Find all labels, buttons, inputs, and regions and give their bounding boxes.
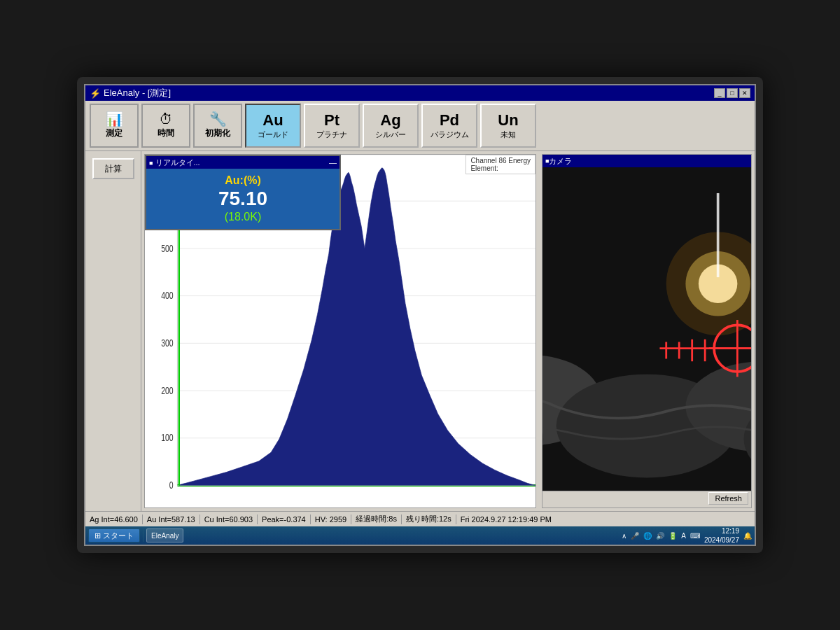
status-elapsed: 経過時間:8s	[356, 514, 397, 524]
taskbar-keyboard-icon: A	[681, 532, 686, 540]
camera-background	[542, 167, 751, 491]
popup-title-bar: ■ リアルタイ... —	[146, 156, 340, 169]
silver-symbol: Ag	[380, 111, 400, 130]
main-area: 計算 Channel 86 Energy Element:	[85, 151, 755, 511]
close-button[interactable]: ✕	[739, 88, 750, 98]
popup-value: 75.10	[155, 187, 331, 211]
taskbar-chevron-icon: ∧	[622, 532, 626, 540]
gold-label: ゴールド	[258, 130, 288, 140]
palladium-label: パラジウム	[430, 130, 469, 140]
platinum-label: プラチナ	[316, 130, 347, 140]
start-button[interactable]: ⊞ スタート	[88, 528, 140, 542]
toolbar: 📊 測定 ⏱ 時間 🔧 初期化 Au ゴールド Pt プラチナ Ag シルバー	[85, 101, 755, 151]
svg-text:300: 300	[161, 338, 173, 349]
platinum-button[interactable]: Pt プラチナ	[304, 104, 360, 148]
channel-line2: Element:	[470, 164, 531, 172]
title-bar: ⚡ EleAnaly - [測定] _ □ ✕	[85, 85, 755, 101]
windows-icon: ⊞	[94, 531, 101, 540]
window-controls: _ □ ✕	[714, 88, 750, 98]
taskbar-battery-icon: 🔋	[668, 532, 677, 540]
status-peak: Peak=-0.374	[262, 515, 306, 524]
taskbar-date-display: 2024/09/27	[704, 536, 739, 545]
popup-title-text: ■ リアルタイ...	[149, 158, 200, 168]
taskbar: ⊞ スタート EleAnaly ∧ 🎤 🌐 🔊 🔋 A ⌨ 12:19 2024…	[85, 526, 755, 545]
monitor-outer: ⚡ EleAnaly - [測定] _ □ ✕ 📊 測定 ⏱ 時間 🔧 初期化	[77, 77, 763, 553]
svg-text:0: 0	[169, 480, 174, 491]
taskbar-speaker-icon: 🔊	[656, 532, 664, 540]
channel-info: Channel 86 Energy Element:	[465, 155, 536, 174]
taskbar-mic-icon: 🎤	[631, 532, 639, 540]
taskbar-clock: 12:19 2024/09/27	[704, 526, 739, 545]
platinum-symbol: Pt	[324, 111, 340, 130]
status-au: Au Int=587.13	[147, 515, 195, 524]
gold-button[interactable]: Au ゴールド	[245, 104, 301, 148]
taskbar-app-button[interactable]: EleAnaly	[146, 528, 183, 542]
status-hv: HV: 2959	[315, 515, 346, 524]
status-separator-2	[200, 514, 200, 524]
status-cu: Cu Int=60.903	[204, 515, 253, 524]
status-separator-4	[310, 514, 311, 524]
gold-symbol: Au	[262, 111, 283, 130]
monitor-screen: ⚡ EleAnaly - [測定] _ □ ✕ 📊 測定 ⏱ 時間 🔧 初期化	[84, 84, 756, 546]
palladium-symbol: Pd	[440, 111, 459, 130]
svg-text:400: 400	[161, 290, 173, 302]
init-label: 初期化	[205, 127, 230, 139]
init-icon: 🔧	[209, 112, 227, 126]
silver-label: シルバー	[375, 130, 406, 140]
status-separator-6	[401, 514, 402, 524]
status-separator-1	[142, 514, 143, 524]
chart-area: Channel 86 Energy Element:	[144, 154, 536, 508]
status-separator-3	[257, 514, 258, 524]
popup-dash: —	[329, 158, 337, 167]
taskbar-network-icon: 🌐	[643, 532, 652, 540]
camera-panel: ■ カメラ	[542, 154, 752, 508]
camera-view	[542, 167, 751, 491]
status-ag: Ag Int=46.600	[90, 515, 138, 524]
channel-line1: Channel 86 Energy	[470, 157, 531, 164]
window-title: EleAnaly - [測定]	[104, 87, 171, 99]
status-bar: Ag Int=46.600 Au Int=587.13 Cu Int=60.90…	[85, 511, 755, 526]
status-separator-5	[351, 514, 351, 524]
status-date: Fri 2024.9.27 12:19:49 PM	[461, 515, 552, 524]
app-icon: ⚡	[90, 88, 101, 99]
palladium-button[interactable]: Pd パラジウム	[421, 104, 477, 148]
unknown-symbol: Un	[498, 111, 518, 130]
camera-scene-svg	[542, 167, 751, 491]
unknown-label: 未知	[500, 130, 516, 140]
time-icon: ⏱	[159, 112, 173, 126]
realtime-popup: ■ リアルタイ... — Au:(%) 75.10 (18.0K)	[145, 155, 341, 230]
svg-text:200: 200	[161, 385, 173, 396]
restore-button[interactable]: □	[727, 88, 738, 98]
taskbar-right: ∧ 🎤 🌐 🔊 🔋 A ⌨ 12:19 2024/09/27 🔔	[622, 526, 752, 545]
measure-button[interactable]: 📊 測定	[90, 104, 139, 148]
svg-text:100: 100	[161, 433, 173, 444]
popup-extra: (18.0K)	[155, 211, 331, 223]
taskbar-notification-icon: 🔔	[743, 532, 752, 540]
popup-content: Au:(%) 75.10 (18.0K)	[146, 169, 340, 229]
taskbar-ime-icon: ⌨	[690, 532, 700, 540]
unknown-button[interactable]: Un 未知	[480, 104, 536, 148]
status-separator-7	[456, 514, 456, 524]
svg-text:500: 500	[161, 243, 173, 254]
refresh-button[interactable]: Refresh	[708, 492, 748, 505]
status-remaining: 残り時間:12s	[406, 514, 451, 524]
time-button[interactable]: ⏱ 時間	[141, 104, 190, 148]
popup-element-label: Au:(%)	[155, 174, 331, 187]
minimize-button[interactable]: _	[714, 88, 725, 98]
measure-icon: 📊	[106, 112, 123, 126]
calc-button[interactable]: 計算	[92, 158, 134, 179]
camera-title-text: カメラ	[549, 156, 572, 167]
time-label: 時間	[158, 127, 174, 139]
left-panel: 計算	[85, 151, 141, 511]
silver-button[interactable]: Ag シルバー	[363, 104, 419, 148]
measure-label: 測定	[106, 127, 122, 139]
start-label: スタート	[103, 531, 134, 541]
camera-title-bar: ■ カメラ	[542, 155, 751, 167]
taskbar-time-display: 12:19	[704, 526, 739, 536]
taskbar-separator	[143, 529, 144, 542]
init-button[interactable]: 🔧 初期化	[193, 104, 242, 148]
